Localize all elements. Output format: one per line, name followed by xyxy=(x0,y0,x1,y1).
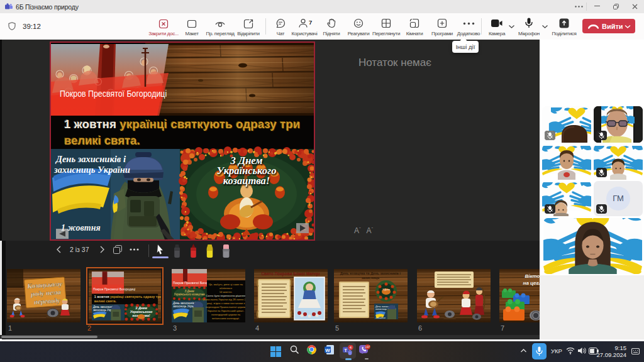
svg-text:T: T xyxy=(344,348,347,353)
svg-text:1 жовтня українці святкують од: 1 жовтня українці святкують одразу три xyxy=(94,295,161,299)
svg-text:юліанським календарі.: юліанським календарі. xyxy=(212,317,240,320)
svg-text:великі свята.: великі свята. xyxy=(94,299,117,303)
svg-text:З Днем: З Днем xyxy=(382,288,390,291)
svg-text:Православна України від 28 лип: Православна України від 28 липня 2023 xyxy=(201,298,245,301)
svg-text:Українського козацтва: Українського козацтва xyxy=(174,293,205,296)
svg-text:197: 197 xyxy=(365,346,370,349)
svg-text:нолендарний церкви на: нолендарний церкви на xyxy=(211,313,241,316)
svg-text:14 жовтня.: 14 жовтня. xyxy=(219,290,233,293)
svg-text:Свято було перенесено рішення: Свято було перенесено рішення xyxy=(206,294,245,297)
svg-text:Свято Покрови Божої Матері: Свято Покрови Божої Матері xyxy=(261,272,319,277)
svg-text:Покров Пресвятої Богородиці: Покров Пресвятої Богородиці xyxy=(93,288,135,291)
svg-text:W: W xyxy=(325,348,330,353)
svg-text:Це, мабуть, рине ці саме на: Це, мабуть, рине ці саме на xyxy=(209,283,243,286)
svg-text:захисниць: захисниць xyxy=(362,276,380,280)
svg-text:році, згідно з ними постанови: році, згідно з ними постанови з xyxy=(207,302,245,305)
svg-text:обліплюся: обліплюся xyxy=(219,287,232,290)
svg-text:переходом Православної церкви: переходом Православної церкви xyxy=(206,305,245,309)
svg-text:України на Український циват-: України на Український циват- xyxy=(208,309,245,312)
svg-text:День козацтва та День захисник: День козацтва та День захисників і xyxy=(340,272,401,275)
svg-text:1 жовтня: 1 жовтня xyxy=(375,317,386,319)
